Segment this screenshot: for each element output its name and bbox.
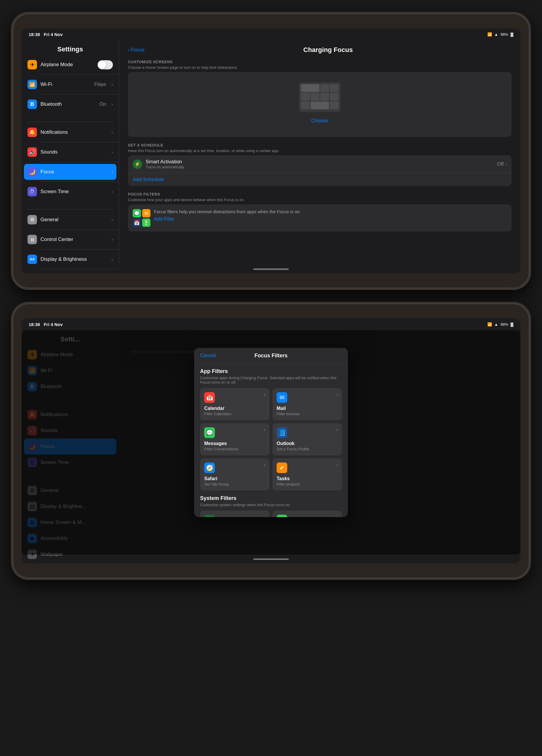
status-bar-2: 18:38 Fri 4 Nov 📶 ▲ 98% ▓: [22, 318, 520, 330]
sidebar-item-sounds[interactable]: 🔊 Sounds ›: [22, 144, 119, 160]
sidebar-item-focus[interactable]: 🌙 Focus ›: [24, 164, 116, 180]
sidebar-item-airplane[interactable]: ✈ Airplane Mode: [22, 57, 119, 73]
ipad-top: 18:38 Fri 4 Nov 📶 ▲ 98% ▓ Settings ✈ Air…: [11, 12, 531, 290]
display-chevron-icon: ›: [111, 257, 113, 262]
calendar-filter-icon: 📅: [204, 392, 215, 403]
safari-filter-left: 🧭 Safari Set Tab Group: [204, 462, 229, 486]
bluetooth-icon: B: [27, 100, 37, 109]
status-time-2: 18:38 Fri 4 Nov: [29, 322, 63, 327]
preview-cell: [330, 93, 339, 100]
status-bar: 18:38 Fri 4 Nov 📶 ▲ 98% ▓: [22, 28, 520, 40]
focus-filters-label: FOCUS FILTERS: [128, 192, 512, 196]
focus-icon: 🌙: [27, 167, 37, 177]
customize-screens-desc: Choose a Home Screen page to turn on to …: [128, 65, 512, 70]
sidebar-item-bluetooth[interactable]: B Bluetooth On ›: [22, 96, 119, 112]
tasks-filter-sub: Filter projects: [277, 482, 300, 486]
modal-header: Cancel Focus Filters: [194, 348, 348, 364]
choose-button[interactable]: Choose: [138, 115, 501, 127]
calendar-filter-card[interactable]: 📅 Calendar Filter Calendars ›: [200, 388, 269, 420]
sidebar-item-display[interactable]: AA Display & Brightness ›: [22, 251, 119, 267]
ipad-screen-top: 18:38 Fri 4 Nov 📶 ▲ 98% ▓ Settings ✈ Air…: [22, 28, 520, 273]
messages-filter-sub: Filter Conversations: [204, 447, 238, 451]
tasks-filter-left: ✔ Tasks Filter projects: [277, 462, 300, 486]
mail-filter-icon: ✉: [142, 209, 150, 217]
lowpower-filter-icon: 🔋: [277, 515, 287, 517]
content-area: Settings ✈ Airplane Mode 📶 Wi-Fi Fi: [22, 40, 520, 265]
status-time: 18:38 Fri 4 Nov: [29, 32, 63, 37]
tasks-filter-card[interactable]: ✔ Tasks Filter projects ›: [273, 458, 342, 491]
sidebar-item-controlcenter[interactable]: ▤ Control Center ›: [22, 232, 119, 247]
sidebar-item-notifications[interactable]: 🔔 Notifications ›: [22, 124, 119, 140]
battery-2: 98%: [500, 322, 508, 327]
wifi-chevron-icon: ›: [111, 82, 113, 87]
add-filter-button[interactable]: Add Filter: [154, 216, 507, 222]
messages-filter-card[interactable]: 💬 Messages Filter Conversations ›: [200, 423, 269, 455]
airplane-toggle[interactable]: [97, 60, 113, 69]
section-divider-2: [22, 201, 119, 207]
preview-cell: [330, 84, 339, 92]
sidebar-item-homescreen[interactable]: ⊞ Home Screen & Multitasking ›: [22, 271, 119, 273]
tasks-chevron-icon: ›: [336, 462, 338, 467]
schedule-desc: Have this Focus turn on automatically at…: [128, 149, 512, 153]
mail-filter-left: ✉ Mail Filter Inboxes: [277, 392, 300, 416]
focus-filters-header: FOCUS FILTERS Customize how your apps an…: [128, 192, 512, 202]
safari-filter-name: Safari: [204, 476, 229, 481]
smart-activation-chevron-icon: ›: [505, 162, 507, 167]
lowpower-filter-left: 🔋 Low Power Mode Turn On: [277, 515, 315, 517]
sidebar-section-general: ⚙ General › ▤ Control Center › AA Displa…: [22, 212, 119, 273]
preview-cell: [301, 84, 320, 92]
outlook-filter-name: Outlook: [277, 441, 309, 446]
messages-filter-icon: 💬: [204, 427, 215, 438]
bluetooth-value: On: [100, 101, 106, 107]
smart-activation-info: Smart Activation Turns on automatically: [146, 159, 497, 169]
preview-cell: [320, 84, 329, 92]
mail-filter-card[interactable]: ✉ Mail Filter Inboxes ›: [273, 388, 342, 420]
modal-cancel-button[interactable]: Cancel: [200, 353, 216, 359]
outlook-filter-card[interactable]: 📘 Outlook Set a Focus Profile ›: [273, 423, 342, 455]
signal-icon: ▲: [494, 32, 498, 37]
mail-chevron-icon: ›: [336, 392, 338, 397]
sidebar-item-general[interactable]: ⚙ General ›: [22, 212, 119, 228]
battery-percentage: 98%: [500, 32, 508, 37]
sidebar-item-wifi[interactable]: 📶 Wi-Fi Filipe ›: [22, 76, 119, 92]
smart-activation-row[interactable]: ⚡ Smart Activation Turns on automaticall…: [128, 155, 512, 173]
notifications-label: Notifications: [40, 129, 106, 135]
preview-cell: [301, 102, 310, 109]
home-screen-preview: Choose: [128, 72, 512, 137]
modal-body[interactable]: App Filters Customize apps during Chargi…: [194, 364, 348, 517]
customize-screens-header: CUSTOMIZE SCREENS Choose a Home Screen p…: [128, 60, 512, 70]
calendar-filter-sub: Filter Calendars: [204, 412, 231, 416]
airplane-icon: ✈: [27, 60, 37, 69]
sidebar-section-connectivity: ✈ Airplane Mode 📶 Wi-Fi Filipe ›: [22, 57, 119, 112]
bluetooth-chevron-icon: ›: [111, 102, 113, 107]
focus-filters-card: 💬 ✉ 📅 🔋 Focus filters help you remove di…: [128, 204, 512, 232]
divider: [40, 269, 119, 269]
status-right-2: 📶 ▲ 98% ▓: [487, 322, 513, 327]
system-filters-grid: ◑ Appearance Set to Dark › 🔋 Lo: [200, 511, 342, 517]
sounds-label: Sounds: [40, 149, 106, 155]
preview-cell: [320, 93, 329, 100]
filter-text: Focus filters help you remove distractio…: [154, 209, 507, 222]
ipad-screen-bottom: 18:38 Fri 4 Nov 📶 ▲ 98% ▓ Setti... ✈ Air…: [22, 318, 520, 563]
calendar-chevron-icon: ›: [264, 392, 265, 397]
safari-filter-card[interactable]: 🧭 Safari Set Tab Group ›: [200, 458, 269, 491]
messages-filter-name: Messages: [204, 441, 238, 446]
appearance-filter-card[interactable]: ◑ Appearance Set to Dark ›: [200, 511, 269, 517]
sidebar-item-screentime[interactable]: ⏱ Screen Time ›: [22, 184, 119, 200]
app-filters-desc: Customize apps during Charging Focus. Se…: [200, 376, 342, 384]
focus-chevron-icon: ›: [111, 170, 113, 174]
tasks-filter-icon: ✔: [277, 462, 287, 473]
safari-filter-icon: 🧭: [204, 462, 215, 473]
mail-filter-icon: ✉: [277, 392, 287, 403]
messages-chevron-icon: ›: [264, 427, 265, 432]
schedule-label: SET A SCHEDULE: [128, 143, 512, 147]
divider: [40, 94, 119, 95]
appearance-chevron-icon: ›: [264, 515, 265, 517]
sidebar-separator-1: [26, 122, 114, 122]
back-label: Focus: [131, 47, 144, 53]
back-button[interactable]: ‹ Focus: [128, 47, 144, 53]
lowpower-filter-card[interactable]: 🔋 Low Power Mode Turn On ›: [273, 511, 342, 517]
wifi-label: Wi-Fi: [40, 82, 91, 87]
add-schedule-button[interactable]: Add Schedule: [128, 173, 512, 186]
preview-cell: [311, 93, 320, 100]
